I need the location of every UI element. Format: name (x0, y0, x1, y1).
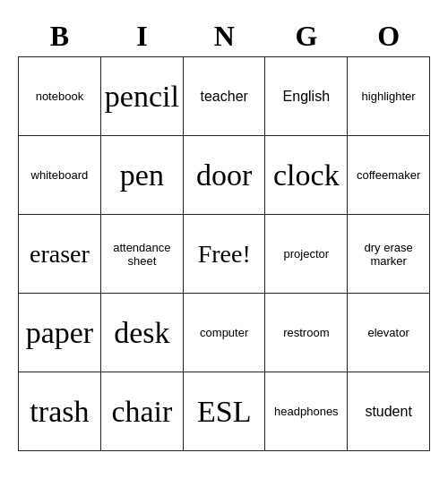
bingo-header-letter: O (348, 14, 430, 57)
table-row: trashchairESLheadphonesstudent (19, 372, 430, 451)
bingo-cell: ESL (183, 372, 265, 451)
bingo-cell: notebook (19, 57, 101, 136)
bingo-cell: restroom (265, 294, 348, 372)
bingo-cell: headphones (265, 372, 348, 451)
bingo-cell: door (183, 136, 265, 215)
bingo-cell: dry erase marker (348, 215, 430, 294)
bingo-header-letter: G (265, 14, 348, 57)
bingo-cell: English (265, 57, 348, 136)
bingo-cell: coffeemaker (348, 136, 430, 215)
bingo-cell: trash (19, 372, 101, 451)
bingo-cell: projector (265, 215, 348, 294)
bingo-grid: BINGO notebookpencilteacherEnglishhighli… (18, 14, 430, 451)
bingo-header (18, 0, 430, 14)
bingo-header-letter: B (19, 14, 101, 57)
bingo-cell: eraser (19, 215, 101, 294)
bingo-cell: computer (183, 294, 265, 372)
bingo-cell: highlighter (348, 57, 430, 136)
bingo-cell: pen (100, 136, 183, 215)
bingo-header-letter: I (100, 14, 183, 57)
bingo-cell: clock (265, 136, 348, 215)
bingo-cell: attendance sheet (100, 215, 183, 294)
bingo-cell: paper (19, 294, 101, 372)
bingo-cell: elevator (348, 294, 430, 372)
bingo-cell: Free! (183, 215, 265, 294)
table-row: notebookpencilteacherEnglishhighlighter (19, 57, 430, 136)
bingo-cell: pencil (100, 57, 183, 136)
bingo-cell: desk (100, 294, 183, 372)
table-row: eraserattendance sheetFree!projectordry … (19, 215, 430, 294)
bingo-cell: whiteboard (19, 136, 101, 215)
table-row: whiteboardpendoorclockcoffeemaker (19, 136, 430, 215)
table-row: paperdeskcomputerrestroomelevator (19, 294, 430, 372)
bingo-cell: teacher (183, 57, 265, 136)
bingo-cell: student (348, 372, 430, 451)
bingo-cell: chair (100, 372, 183, 451)
bingo-header-letter: N (183, 14, 265, 57)
